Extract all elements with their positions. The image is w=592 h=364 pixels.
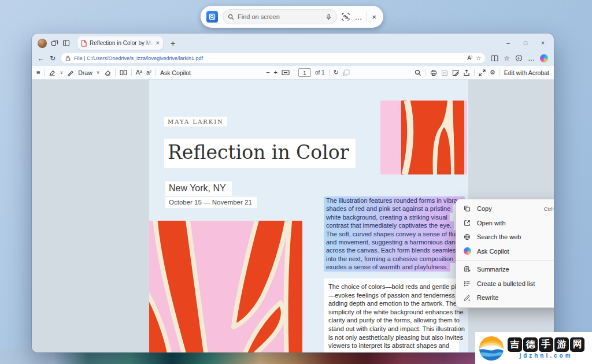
- overlay-close-icon[interactable]: ×: [372, 13, 376, 21]
- address-bar[interactable]: File | C:/Users/Onedrive/s_izza/lovegive…: [61, 53, 486, 64]
- page-tools-icon: [343, 69, 350, 76]
- fullscreen-icon[interactable]: [479, 69, 486, 76]
- minimize-button[interactable]: –: [500, 37, 517, 50]
- menu-item-ask-copilot[interactable]: Ask Copilot: [456, 244, 554, 259]
- edit-with-acrobat-button[interactable]: Edit with Acrobat: [504, 69, 549, 76]
- settings-gear-icon[interactable]: ⚙: [490, 69, 495, 76]
- tab-layout-icon[interactable]: [62, 39, 70, 47]
- find-in-doc-icon[interactable]: [415, 69, 421, 76]
- window-close-button[interactable]: ×: [534, 37, 552, 50]
- body-line: adding depth and emotion to the artwork.…: [328, 299, 454, 308]
- favorites-icon[interactable]: ☆: [504, 55, 510, 62]
- overlay-divider: [367, 12, 367, 21]
- body-line: simplicity of the white background enhan…: [328, 308, 454, 317]
- menu-label: Ask Copilot: [477, 248, 554, 255]
- draw-chevron-icon[interactable]: ∨: [97, 70, 100, 75]
- doc-author: MAYA LARKIN: [164, 117, 227, 127]
- back-icon[interactable]: ←: [38, 55, 45, 62]
- text-size-icon[interactable]: Aᵃ: [136, 69, 142, 76]
- rewrite-icon: [463, 294, 471, 301]
- pdf-viewer: MAYA LARKIN Reflection in Color New York…: [32, 80, 554, 352]
- share-icon[interactable]: [463, 69, 470, 76]
- find-on-screen-field[interactable]: [223, 9, 337, 24]
- selected-line[interactable]: The soft, curved shapes convey a sense o…: [324, 230, 469, 238]
- selected-line[interactable]: across the canvas. Each form blends seam…: [324, 246, 466, 254]
- split-screen-icon[interactable]: [491, 55, 498, 62]
- annotate-save-icon[interactable]: [452, 69, 459, 76]
- read-aloud-doc-icon[interactable]: a⁾: [146, 69, 151, 76]
- draw-label[interactable]: Draw: [78, 69, 92, 76]
- selected-line[interactable]: and movement, suggesting a harmonious da…: [324, 238, 464, 246]
- ask-copilot-button[interactable]: Ask Copilot: [160, 69, 191, 76]
- watermark-text: 吉 德 手 游 网 jdzhnl.com: [508, 337, 584, 359]
- zoom-out-icon[interactable]: −: [266, 69, 269, 76]
- draw-pen-icon[interactable]: [67, 69, 74, 76]
- pdf-page: MAYA LARKIN Reflection in Color New York…: [149, 80, 468, 352]
- doc-location: New York, NY: [165, 181, 232, 196]
- viewfinder-icon[interactable]: [342, 13, 350, 21]
- menu-item-open-with[interactable]: Open with ›: [456, 216, 554, 231]
- globe-icon: [463, 233, 471, 240]
- profile-avatar[interactable]: [38, 39, 47, 48]
- tab-reflection-in-color[interactable]: Reflection in Color by Maya Larki ×: [77, 36, 163, 50]
- overlay-more-icon[interactable]: …: [354, 13, 362, 21]
- selected-line[interactable]: contrast that immediately captivates the…: [324, 221, 454, 229]
- copilot-icon[interactable]: [540, 54, 548, 62]
- search-input[interactable]: [238, 13, 322, 20]
- tab-strip: Reflection in Color by Maya Larki × + – …: [32, 34, 554, 50]
- eraser-icon[interactable]: [104, 69, 111, 76]
- new-tab-icon[interactable]: +: [171, 39, 175, 47]
- open-with-icon: [463, 220, 471, 226]
- read-aloud-icon[interactable]: A⁾: [467, 55, 472, 61]
- print-icon[interactable]: [430, 69, 437, 76]
- body-line: —evokes feelings of passion and tenderne…: [328, 291, 454, 300]
- menu-item-rewrite[interactable]: Rewrite ›: [456, 291, 554, 305]
- page-view-icon[interactable]: [120, 69, 127, 76]
- menu-shortcut: Ctrl+C: [544, 206, 554, 212]
- extensions-icon[interactable]: [515, 54, 523, 62]
- microphone-icon[interactable]: [325, 14, 332, 20]
- search-icon: [228, 14, 234, 20]
- menu-item-summarize[interactable]: Summarize: [456, 262, 554, 277]
- lock-icon: [65, 55, 71, 61]
- menu-divider: [456, 260, 554, 261]
- zoom-in-icon[interactable]: +: [274, 69, 278, 76]
- window-controls: – □ ×: [500, 37, 552, 50]
- pdf-toolbar: ≡ ∨ Draw ∨: [32, 66, 554, 80]
- fit-width-icon[interactable]: [282, 69, 290, 76]
- menu-label: Create a bulleted list: [477, 280, 554, 287]
- tab-close-icon[interactable]: ×: [156, 40, 160, 46]
- maximize-button[interactable]: □: [517, 37, 534, 50]
- watermark-logo-icon: [478, 335, 505, 362]
- copilot-menu-icon: [463, 247, 471, 255]
- selected-paragraph[interactable]: The illustration features rounded forms …: [324, 196, 469, 272]
- refresh-icon[interactable]: ↻: [50, 55, 56, 62]
- body-line: viewers to interpret its abstract shapes…: [328, 341, 454, 350]
- url-text[interactable]: File | C:/Users/Onedrive/s_izza/lovegive…: [74, 55, 464, 61]
- workspaces-icon[interactable]: [51, 39, 58, 47]
- copy-icon: [463, 205, 471, 212]
- watermark: 吉 德 手 游 网 jdzhnl.com: [475, 332, 592, 364]
- selected-line[interactable]: shades of red and pink set against a pri…: [324, 205, 453, 213]
- menu-item-search-web[interactable]: Search the web: [456, 230, 554, 244]
- selected-line[interactable]: exudes a sense of warmth and playfulness…: [324, 263, 450, 271]
- selected-line[interactable]: white background, creating a striking vi…: [324, 213, 450, 221]
- toc-icon[interactable]: ≡: [36, 69, 40, 76]
- body-paragraph[interactable]: The choice of colors—bold reds and gentl…: [324, 278, 459, 352]
- watermark-site-name: 吉 德 手 游 网: [508, 337, 584, 352]
- selected-line[interactable]: The illustration features rounded forms …: [324, 196, 465, 205]
- menu-label: Summarize: [477, 266, 554, 273]
- highlighter-chevron-icon[interactable]: ∨: [60, 70, 63, 75]
- watermark-char: 游: [554, 337, 569, 352]
- body-line: stand out with clarity and impact. This …: [328, 325, 454, 333]
- selected-line[interactable]: into the next, forming a cohesive compos…: [324, 255, 468, 263]
- doc-dates: October 15 — November 21: [165, 197, 257, 208]
- browser-more-icon[interactable]: …: [528, 55, 535, 62]
- page-number-input[interactable]: [298, 68, 311, 77]
- summarize-icon: [463, 266, 471, 273]
- menu-item-copy[interactable]: Copy Ctrl+C: [456, 202, 554, 216]
- favorite-star-icon[interactable]: ☆: [476, 55, 481, 61]
- highlighter-icon[interactable]: [49, 69, 56, 76]
- rotate-icon[interactable]: ↻: [334, 69, 339, 76]
- menu-item-bulleted-list[interactable]: Create a bulleted list: [456, 277, 554, 291]
